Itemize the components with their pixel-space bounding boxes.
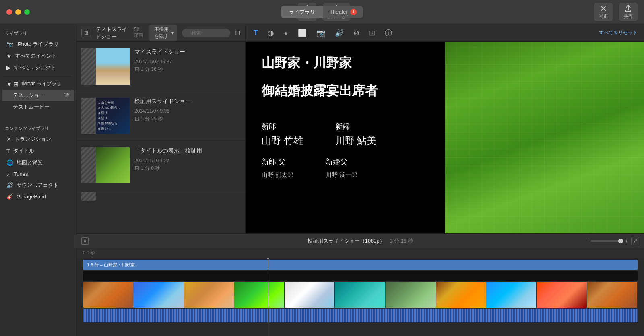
info-tool-icon[interactable]: ⓘ [383,27,394,39]
sounds-icon: 🔊 [6,182,13,188]
reset-all-button[interactable]: すべてをリセット [599,29,638,36]
sidebar-item-transitions[interactable]: ✕ トランジション [2,134,74,145]
speed-tool-icon[interactable]: ⊘ [352,27,361,39]
content-library-section: コンテンツライブラリ ✕ トランジション T タイトル 🌐 地図と背景 ♪ iT… [0,122,76,202]
chevron-strip-1 [81,48,96,85]
timeline-ruler: 0.0 秒 [76,248,644,258]
zoom-slider[interactable]: − + [586,239,628,243]
project-duration-2: 🎞 1 分 25 秒 [134,115,240,122]
two-panel: マイスライドショー 2014/11/02 19:37 🎞 1 分 36 秒 [76,42,644,233]
sidebar-item-movie[interactable]: テストムービー [2,101,74,113]
video-frame-11 [587,282,638,308]
stabilize-tool-icon[interactable]: ⊞ [367,27,377,39]
sidebar-item-all-events[interactable]: ★ すべてのイベント [2,50,74,62]
bride-col: 新婦 川野 鮎美 [335,122,377,147]
maximize-button[interactable] [24,9,30,15]
video-frame-10 [537,282,587,308]
sidebar-item-itunes[interactable]: ♪ iTunes [2,169,74,179]
item-count: 52 項目 [134,27,144,39]
projects-icon: ▶ [6,64,11,71]
star-icon: ★ [6,53,12,59]
maps-icon: 🌐 [6,159,13,166]
sidebar-divider-1 [3,76,73,76]
project-info-2: 検証用スライドショー 2014/11/07 9:36 🎞 1 分 25 秒 [134,98,240,134]
thumb-image-2: 1 山を全景 2 人々の暮らし 3 祭り 4 祭り 5 生き物たち 6 遠くへ [96,98,130,134]
rice-field-image [445,42,644,233]
waveform [83,309,638,322]
film-icon-2: 🎞 [134,116,139,122]
project-item-3[interactable]: 「タイトルの表示」検証用 2014/11/10 1:27 🎞 1 分 0 秒 [76,141,245,190]
search-input[interactable] [182,29,230,37]
project-name-3: 「タイトルの表示」検証用 [134,147,240,155]
video-frame-3 [184,282,234,308]
timeline-title-group: 検証用スライドショー（1080p） 1 分 19 秒 [308,237,413,245]
project-item-1[interactable]: マイスライドショー 2014/11/02 19:37 🎞 1 分 36 秒 [76,42,245,91]
timeline-close-button[interactable]: × [81,237,89,245]
sidebar-item-all-projects[interactable]: ▶ すべて…ジェクト [2,62,74,73]
chevron-partial [81,192,96,201]
toggle-browser-button[interactable]: ⊞ [81,29,91,37]
project-thumb-3 [81,147,130,183]
text-tool-icon[interactable]: T [252,27,260,39]
video-frame-4 [234,282,285,308]
traffic-lights [6,9,30,15]
timeline-expand-button[interactable]: ⤢ [631,237,639,245]
groom-col: 新郎 山野 竹雄 [262,122,303,147]
browser-title: テストスライドショー [96,26,129,40]
video-frame-5 [285,282,335,308]
sidebar-item-titles[interactable]: T タイトル [2,145,74,157]
preview-panel: 山野家・川野家 御結婚披露宴出席者 新郎 山野 竹雄 新婦 川野 鮎美 [246,42,644,233]
sidebar-item-slideshow[interactable]: テス…ショー 🎬 [2,90,74,101]
fix-button[interactable]: 補正 [594,3,613,21]
timeline-duration: 1 分 19 秒 [390,237,413,245]
library-section-label: ライブラリ [0,27,76,38]
track-title[interactable]: 1.3 分 – 山野家・川野家... [83,260,638,270]
color-tool-icon[interactable]: ⬥ [282,27,290,39]
project-thumb-1 [81,48,130,85]
library-tab[interactable]: ライブラリ [281,6,323,18]
playhead [268,258,268,336]
project-name-2: 検証用スライドショー [134,98,240,105]
groom-name: 山野 竹雄 [262,134,303,147]
track-black [83,271,638,281]
project-duration-1: 🎞 1 分 36 秒 [134,66,240,73]
project-info-1: マイスライドショー 2014/11/02 19:37 🎞 1 分 36 秒 [134,48,240,85]
timeline-title: 検証用スライドショー（1080p） [308,237,385,245]
titlebar-right-actions: 補正 共有 [594,3,638,21]
thumb-image-1 [96,48,130,85]
theater-tab[interactable]: Theater 1 [323,6,363,18]
preview-title-line2: 御結婚披露宴出席者 [262,82,378,100]
style-tool-icon[interactable]: ◑ [266,27,276,39]
preview-right [445,42,644,233]
sidebar-item-iphoto[interactable]: 📷 iPhoto ライブラリ [2,39,74,50]
sidebar-item-imovie[interactable]: ▼ ⊞ iMovie ライブラリ [2,78,74,89]
audio-tool-icon[interactable]: 🔊 [333,27,345,39]
minimize-button[interactable] [15,9,21,15]
share-button[interactable]: 共有 [619,3,638,21]
itunes-icon: ♪ [6,171,9,177]
groom-father-label: 新郎 父 [262,157,293,167]
close-button[interactable] [6,9,12,15]
zoom-out-icon: − [586,239,588,243]
bride-father-label: 新婦父 [326,157,357,167]
project-name-1: マイスライドショー [134,48,240,56]
iphoto-icon: 📷 [6,41,13,47]
project-info-3: 「タイトルの表示」検証用 2014/11/10 1:27 🎞 1 分 0 秒 [134,147,240,183]
timeline-right-controls: − + ⤢ [586,237,639,245]
video-tool-icon[interactable]: 📷 [315,27,327,39]
project-item-2[interactable]: 1 山を全景 2 人々の暮らし 3 祭り 4 祭り 5 生き物たち 6 遠くへ … [76,91,245,141]
slider-track[interactable] [591,240,623,242]
filter-button[interactable]: 不採用を隠す ▾ [149,25,177,41]
sidebar-item-maps[interactable]: 🌐 地図と背景 [2,157,74,168]
sidebar-item-sounds[interactable]: 🔊 サウン…フェクト [2,179,74,191]
tools-toolbar: T ◑ ⬥ ⬜ 📷 🔊 ⊘ ⊞ ⓘ すべてをリセット [246,24,644,42]
video-frame-8 [436,282,486,308]
preview-content: 山野家・川野家 御結婚披露宴出席者 新郎 山野 竹雄 新婦 川野 鮎美 [246,42,644,233]
grid-view-button[interactable]: ⊟ [235,29,240,37]
groom-father-col: 新郎 父 山野 熊太郎 [262,157,293,179]
project-date-1: 2014/11/02 19:37 [134,59,240,64]
crop-tool-icon[interactable]: ⬜ [296,27,308,39]
track-video[interactable] [83,282,638,308]
sidebar-item-garageband[interactable]: 🎸 GarageBand [2,191,74,202]
bride-father-name: 川野 浜一郎 [326,171,357,179]
